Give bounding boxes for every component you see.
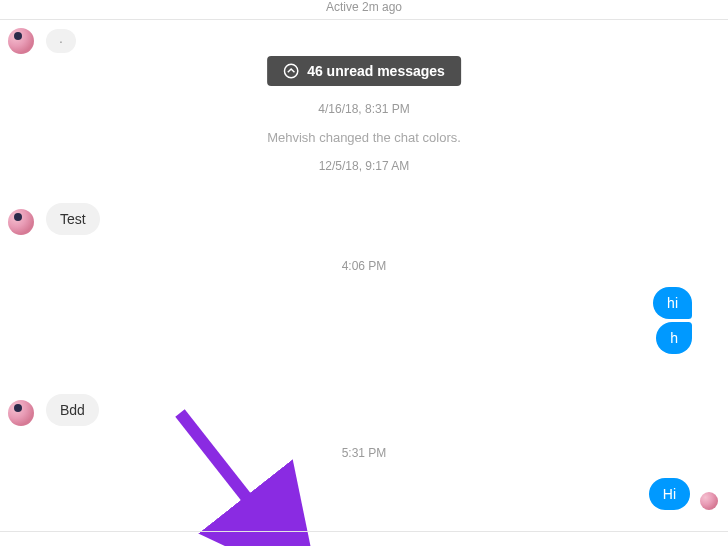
top-message-row: · (8, 28, 720, 54)
avatar[interactable] (8, 400, 34, 426)
timestamp: 4:06 PM (8, 259, 720, 273)
message-row: hi (8, 287, 696, 319)
outgoing-message[interactable]: hi (653, 287, 692, 319)
timestamp: 4/16/18, 8:31 PM (8, 102, 720, 116)
message-row: h (8, 322, 696, 354)
timestamp: 5:31 PM (8, 446, 720, 460)
incoming-message[interactable]: Bdd (46, 394, 99, 426)
timestamp: 12/5/18, 9:17 AM (8, 159, 720, 173)
chevron-up-circle-icon (283, 63, 299, 79)
chat-header: Active 2m ago (0, 0, 728, 20)
message-row: Test (8, 203, 720, 235)
input-area-divider (0, 531, 728, 532)
message-row: Bdd (8, 394, 720, 426)
outgoing-message[interactable]: Hi (649, 478, 690, 510)
seen-avatar[interactable] (700, 492, 718, 510)
avatar[interactable] (8, 209, 34, 235)
unread-messages-badge[interactable]: 46 unread messages (267, 56, 461, 86)
avatar[interactable] (8, 28, 34, 54)
incoming-message[interactable]: Test (46, 203, 100, 235)
svg-point-0 (284, 64, 297, 77)
message-row: Hi (8, 478, 718, 510)
active-status: Active 2m ago (326, 0, 402, 14)
typing-bubble: · (46, 29, 76, 53)
unread-label: 46 unread messages (307, 63, 445, 79)
system-message: Mehvish changed the chat colors. (8, 130, 720, 145)
outgoing-message[interactable]: h (656, 322, 692, 354)
chat-area[interactable]: · 46 unread messages 4/16/18, 8:31 PM Me… (0, 28, 728, 546)
